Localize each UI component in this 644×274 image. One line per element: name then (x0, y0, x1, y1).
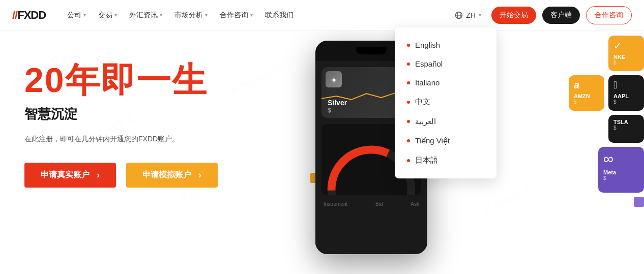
stock-cards: ✓ NKE $ a AMZN $  AAPL $ (569, 36, 644, 207)
lang-option-italian[interactable]: Italiano (395, 73, 496, 92)
lang-option-arabic[interactable]: العربية (395, 112, 496, 131)
stock-row-1: ✓ NKE $ (569, 36, 644, 71)
stock-card-tsla: TSLA $ (608, 115, 644, 143)
bullet-icon (407, 63, 410, 66)
logo-text: //FXDD (12, 9, 46, 22)
logo-slash: // (12, 9, 17, 21)
bullet-icon (407, 159, 410, 162)
lang-option-chinese[interactable]: 中文 (395, 92, 496, 112)
bullet-icon (407, 81, 410, 84)
stock-card-nke: ✓ NKE $ (608, 36, 644, 71)
navbar: //FXDD 公司 ▾ 交易 ▾ 外汇资讯 ▾ 市场分析 ▾ 合作咨询 ▾ 联系… (0, 0, 644, 31)
language-dropdown: English Español Italiano 中文 العربية Tiến… (395, 27, 496, 178)
stock-row-2: a AMZN $  AAPL $ (569, 75, 644, 111)
chevron-down-icon: ▾ (250, 12, 253, 18)
nav-item-partner[interactable]: 合作咨询 ▾ (215, 7, 258, 24)
hero-title: 20年即一生 (24, 61, 281, 99)
chevron-down-icon: ▾ (114, 12, 117, 18)
lang-option-english[interactable]: English (395, 36, 496, 54)
nav-item-contact[interactable]: 联系我们 (260, 7, 299, 24)
stock-card-amzn: a AMZN $ (569, 75, 604, 111)
nav-item-analysis[interactable]: 市场分析 ▾ (169, 7, 213, 24)
stock-card-aapl:  AAPL $ (608, 75, 644, 111)
phone-table-header: Instrument Bid Ask (324, 201, 419, 207)
client-button[interactable]: 客户端 (542, 7, 580, 24)
arrow-icon: › (198, 170, 201, 180)
stock-row-3: TSLA $ (569, 115, 644, 143)
hero-description: 在此注册，即可在几分钟内开通您的FXDD账户。 (24, 133, 281, 144)
bullet-icon (407, 101, 410, 104)
nav-item-news[interactable]: 外汇资讯 ▾ (124, 7, 167, 24)
arrow-icon: › (97, 170, 100, 180)
bullet-icon (407, 139, 410, 142)
stock-card-meta: ∞ Meta $ (598, 147, 644, 193)
globe-icon (455, 11, 463, 19)
chevron-down-icon: ▾ (205, 12, 208, 18)
chevron-down-icon: ▾ (160, 12, 162, 18)
stock-row-4: ∞ Meta $ (569, 147, 644, 193)
apply-real-account-button[interactable]: 申请真实账户 › (24, 163, 116, 188)
nav-item-company[interactable]: 公司 ▾ (62, 7, 91, 24)
apply-demo-account-button[interactable]: 申请模拟账户 › (126, 163, 218, 188)
bullet-icon (407, 44, 410, 47)
nav-links: 公司 ▾ 交易 ▾ 外汇资讯 ▾ 市场分析 ▾ 合作咨询 ▾ 联系我们 (62, 7, 451, 24)
phone-table: Instrument Bid Ask (321, 201, 421, 207)
lang-option-vietnamese[interactable]: Tiếng Việt (395, 131, 496, 150)
lang-option-spanish[interactable]: Español (395, 54, 496, 73)
purple-square-decoration (634, 197, 644, 207)
lang-option-japanese[interactable]: 日本語 (395, 150, 496, 170)
consult-button[interactable]: 合作咨询 (586, 6, 632, 24)
nike-swoosh-icon: ✓ (613, 40, 622, 52)
apple-logo-icon:  (613, 79, 617, 91)
nav-item-trading[interactable]: 交易 ▾ (93, 7, 122, 24)
amazon-logo-icon: a (574, 79, 579, 91)
phone-notch (356, 47, 387, 54)
nav-right: ZH ▾ 开始交易 客户端 合作咨询 (451, 6, 632, 24)
silver-icon: ◈ (326, 71, 342, 87)
chevron-down-icon: ▾ (479, 12, 481, 18)
chevron-down-icon: ▾ (83, 12, 86, 18)
hero-section: KnowFX KnowFX KnowFX KnowFX KnowFX KnowF… (0, 31, 644, 274)
meta-logo-icon: ∞ (603, 151, 613, 167)
logo[interactable]: //FXDD (12, 9, 46, 22)
hero-left: 20年即一生 智慧沉淀 在此注册，即可在几分钟内开通您的FXDD账户。 申请真实… (0, 31, 305, 274)
hero-subtitle: 智慧沉淀 (24, 105, 281, 123)
hero-buttons: 申请真实账户 › 申请模拟账户 › (24, 163, 281, 188)
start-trading-button[interactable]: 开始交易 (491, 7, 536, 24)
bullet-icon (407, 120, 410, 123)
language-selector[interactable]: ZH ▾ (451, 8, 485, 22)
